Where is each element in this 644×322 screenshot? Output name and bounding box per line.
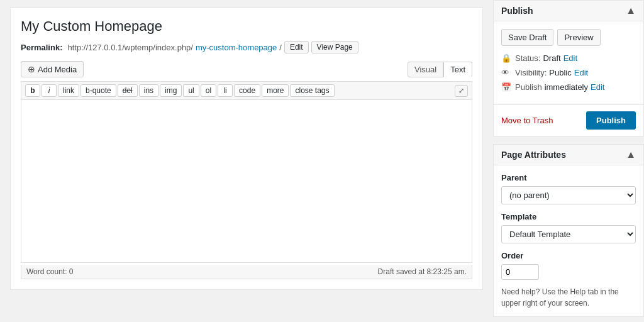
parent-select[interactable]: (no parent) [501, 186, 636, 204]
publish-panel-footer: Move to Trash Publish [494, 104, 643, 136]
parent-label: Parent [501, 173, 636, 182]
save-draft-button[interactable]: Save Draft [501, 29, 553, 46]
page-title: My Custom Homepage [21, 18, 472, 35]
publish-time-row: 📅 Publish immediately Edit [501, 82, 636, 92]
preview-button[interactable]: Preview [557, 29, 600, 46]
page-attributes-panel: Page Attributes ▲ Parent (no parent) Tem… [493, 144, 644, 317]
status-value: Draft [543, 53, 560, 63]
more-button[interactable]: more [262, 84, 289, 97]
page-attributes-header: Page Attributes ▲ [494, 145, 643, 165]
visibility-icon: 👁 [501, 68, 511, 77]
view-page-button[interactable]: View Page [311, 41, 358, 53]
ol-button[interactable]: ol [201, 84, 216, 97]
ins-button[interactable]: ins [139, 84, 158, 97]
publish-time-edit-link[interactable]: Edit [591, 82, 604, 92]
permalink-base-url: http://127.0.0.1/wptemp/index.php/ [67, 43, 192, 52]
publish-panel-collapse[interactable]: ▲ [626, 6, 636, 16]
del-button[interactable]: del [118, 84, 138, 97]
order-input[interactable] [501, 264, 539, 280]
img-button[interactable]: img [160, 84, 182, 97]
visibility-label: Visibility: [515, 68, 547, 77]
template-select[interactable]: Default Template [501, 225, 636, 243]
link-button[interactable]: link [58, 84, 79, 97]
add-media-button[interactable]: Add Media [21, 61, 84, 77]
permalink-edit-button[interactable]: Edit [284, 41, 309, 53]
ul-button[interactable]: ul [183, 84, 199, 97]
bquote-button[interactable]: b-quote [80, 84, 116, 97]
order-label: Order [501, 251, 636, 260]
editor-textarea[interactable] [21, 99, 472, 263]
visibility-edit-link[interactable]: Edit [574, 68, 588, 77]
add-media-icon [28, 64, 35, 74]
publish-time-label: Publish [515, 82, 542, 92]
page-attributes-collapse[interactable]: ▲ [626, 150, 636, 160]
status-icon: 🔒 [501, 53, 511, 63]
bold-button[interactable]: b [25, 84, 40, 97]
visibility-value: Public [549, 68, 571, 77]
add-media-label: Add Media [38, 65, 77, 74]
publish-button[interactable]: Publish [586, 111, 636, 130]
code-button[interactable]: code [234, 84, 260, 97]
text-tab[interactable]: Text [443, 62, 472, 77]
template-label: Template [501, 212, 636, 221]
li-button[interactable]: li [218, 84, 233, 97]
close-tags-button[interactable]: close tags [290, 84, 334, 97]
publish-panel: Publish ▲ Save Draft Preview 🔒 Status: D… [493, 0, 644, 136]
status-row: 🔒 Status: Draft Edit [501, 53, 636, 63]
help-text: Need help? Use the Help tab in the upper… [501, 286, 636, 309]
draft-saved-status: Draft saved at 8:23:25 am. [378, 267, 467, 276]
expand-button[interactable]: ⤢ [455, 85, 468, 97]
permalink-trail: / [279, 43, 282, 52]
format-toolbar: b i link b-quote del ins img ul ol li co… [21, 81, 472, 99]
word-count: Word count: 0 [26, 267, 74, 276]
calendar-icon: 📅 [501, 82, 511, 92]
permalink-label: Permalink: [21, 43, 62, 52]
permalink-slug: my-custom-homepage [196, 43, 277, 52]
status-edit-link[interactable]: Edit [564, 53, 577, 63]
move-to-trash-link[interactable]: Move to Trash [501, 116, 553, 125]
visibility-row: 👁 Visibility: Public Edit [501, 68, 636, 77]
page-attributes-title: Page Attributes [501, 150, 566, 160]
publish-panel-title: Publish [501, 6, 533, 16]
publish-time-value: immediately [545, 82, 588, 92]
publish-panel-header: Publish ▲ [494, 1, 643, 21]
italic-button[interactable]: i [42, 84, 57, 97]
editor-footer: Word count: 0 Draft saved at 8:23:25 am. [21, 265, 472, 279]
status-label: Status: [515, 53, 540, 63]
visual-tab[interactable]: Visual [408, 62, 443, 77]
